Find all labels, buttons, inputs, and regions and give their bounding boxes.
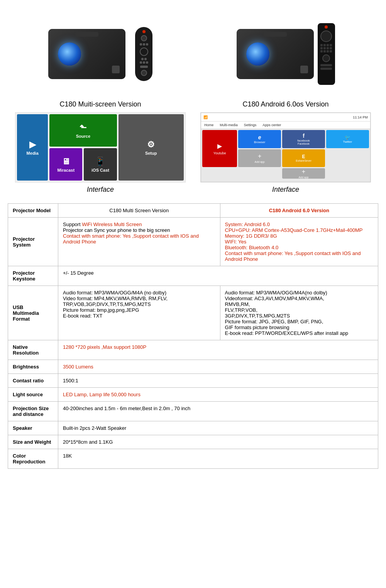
twitter-tile: 🐦 Twitter	[326, 130, 369, 148]
usb-right: Audio format: MP3/WMA/OGG/M4A(no dolby) …	[220, 286, 378, 340]
table-row-resolution: Native Resolution 1280 *720 pixels ,Max …	[8, 340, 378, 360]
system-right: System: Android 6.0 CPU+GPU: ARM Cortex-…	[220, 218, 378, 266]
android-interface: 📶 11:14 PM Home Multi-media Settings App…	[200, 112, 371, 182]
contrast-value: 1500:1	[58, 374, 378, 388]
add-app-1: + Add app	[238, 149, 281, 167]
table-row-usb: USBMultimediaFormat Audio format: MP3/WM…	[8, 286, 378, 340]
table-row-color: Color Reproduction 18K	[8, 449, 378, 469]
eshare-tile: E EshareSever	[282, 149, 325, 167]
usb-label: USBMultimediaFormat	[8, 286, 58, 340]
ms-setup-tile: ⚙ Setup	[119, 114, 184, 181]
light-value: LED Lamp, Lamp life 50,000 hours	[58, 388, 378, 402]
multiscreen-interface: ▶ Media ⬑ Source ⚙ Setup 🖥 Miracast 📱	[15, 112, 186, 182]
left-interface-label: Interface	[87, 182, 114, 199]
android-app-grid: ▶ Youtube e Browser f facebook Facebook	[201, 129, 370, 180]
resolution-label: Native Resolution	[8, 340, 58, 360]
system-label: ProjectorSystem	[8, 218, 58, 266]
keystone-value: +/- 15 Degree	[58, 266, 378, 286]
android-topbar: 📶 11:14 PM	[201, 113, 370, 122]
ms-source-tile: ⬑ Source	[49, 114, 117, 147]
brightness-label: Brightness	[8, 360, 58, 374]
add-app-2: + Add app	[282, 168, 325, 179]
facebook-tile: f facebook Facebook	[282, 130, 325, 148]
projector-left-img	[48, 29, 125, 79]
android-nav: Home Multi-media Settings Apps center	[201, 122, 370, 129]
table-row-size: Size and Weight 20*15*8cm and 1.1KG	[8, 435, 378, 449]
table-row-system: ProjectorSystem Support WiFi Wireless Mu…	[8, 218, 378, 266]
remote-right	[318, 23, 335, 85]
color-value: 18K	[58, 449, 378, 469]
projector-right-img	[237, 29, 314, 79]
table-row-light: Light source LED Lamp, Lamp life 50,000 …	[8, 388, 378, 402]
keystone-label: Projector Keystone	[8, 266, 58, 286]
product-left-title: C180 Muiti-screen Version	[59, 100, 141, 108]
system-left: Support WiFi Wireless Multi Screen Proje…	[58, 218, 220, 266]
browser-tile: e Browser	[238, 130, 281, 148]
usb-left: Audio format: MP3/WMA/OGG/M4A (no dolby)…	[58, 286, 220, 340]
speaker-label: Speaker	[8, 421, 58, 435]
product-right-title: C180 Android 6.0os Version	[242, 100, 328, 108]
color-label: Color Reproduction	[8, 449, 58, 469]
remote-left	[135, 27, 152, 81]
product-left-image	[15, 12, 186, 96]
table-header-row: Projector Model C180 Multi Screen Versio…	[8, 204, 378, 218]
col-right-header: C180 Android 6.0 Version	[220, 204, 378, 218]
ms-ioscast-tile: 📱 iOS Cast	[84, 148, 117, 181]
right-interface-label: Interface	[272, 182, 299, 199]
speaker-value: Built-in 2pcs 2-Watt Speaker	[58, 421, 378, 435]
table-row-keystone: Projector Keystone +/- 15 Degree	[8, 266, 378, 286]
table-row-contrast: Contast ratio 1500:1	[8, 374, 378, 388]
table-row-brightness: Brightness 3500 Lumens	[8, 360, 378, 374]
projection-value: 40-200inches and 1.5m - 6m meter,Best in…	[58, 402, 378, 421]
col-left-header: C180 Multi Screen Version	[58, 204, 220, 218]
product-right: C180 Android 6.0os Version 📶 11:14 PM Ho…	[200, 12, 371, 199]
ms-miracast-tile: 🖥 Miracast	[49, 148, 82, 181]
table-row-speaker: Speaker Built-in 2pcs 2-Watt Speaker	[8, 421, 378, 435]
contrast-label: Contast ratio	[8, 374, 58, 388]
model-row-label: Projector Model	[8, 204, 58, 218]
brightness-value: 3500 Lumens	[58, 360, 378, 374]
size-label: Size and Weight	[8, 435, 58, 449]
spec-table: Projector Model C180 Multi Screen Versio…	[8, 203, 378, 469]
product-right-image	[200, 12, 371, 96]
spec-table-wrap: Projector Model C180 Multi Screen Versio…	[0, 203, 386, 480]
product-left: C180 Muiti-screen Version ▶ Media ⬑ Sour…	[15, 12, 186, 199]
youtube-tile: ▶ Youtube	[202, 130, 237, 167]
projection-label: Projection Sizeand distance	[8, 402, 58, 421]
resolution-value: 1280 *720 pixels ,Max support 1080P	[58, 340, 378, 360]
size-value: 20*15*8cm and 1.1KG	[58, 435, 378, 449]
product-section: C180 Muiti-screen Version ▶ Media ⬑ Sour…	[0, 0, 386, 203]
light-label: Light source	[8, 388, 58, 402]
ms-media-tile: ▶ Media	[17, 114, 48, 181]
table-row-projection: Projection Sizeand distance 40-200inches…	[8, 402, 378, 421]
